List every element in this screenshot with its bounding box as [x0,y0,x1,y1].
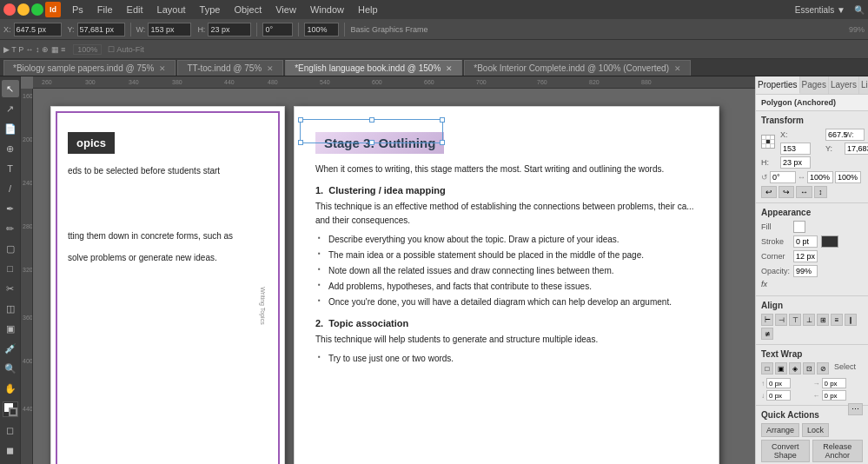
rect-frame-tool[interactable]: ▢ [2,240,19,257]
section2-title: Topic association [328,318,408,328]
menu-file[interactable]: File [91,3,119,17]
undo-redo-row: ↩ ↪ ↔ ↕ [761,186,863,198]
scale-input[interactable] [304,23,339,36]
release-anchor-btn[interactable]: Release Anchor [812,440,863,462]
wrap-jump-btn[interactable]: ⊡ [803,362,815,375]
tab-layers[interactable]: Layers [829,76,859,94]
search-bar[interactable]: 🔍 [854,5,865,15]
undo-btn[interactable]: ↩ [761,186,777,198]
fx-label[interactable]: fx [761,280,767,288]
left-page: opics eds to be selected before students… [50,106,285,464]
offset-l-input[interactable] [822,390,846,401]
tab-pages[interactable]: Pages [800,76,829,94]
fill-color[interactable] [793,221,805,233]
tab-close-book[interactable]: ✕ [674,64,681,73]
transform-w-input[interactable] [780,143,811,155]
y-label: Y: [68,25,75,34]
offset-b-input[interactable] [766,390,791,401]
align-right-btn[interactable]: ⊤ [789,314,801,326]
scissors-tool[interactable]: ✂ [2,280,19,297]
maximize-btn[interactable] [31,3,43,16]
selection-tool[interactable]: ↖ [2,80,19,97]
corner-value-input[interactable] [793,250,818,262]
tab-biology[interactable]: *Biology sample papers.indd @ 75% ✕ [3,60,176,76]
opacity-row: Opacity: [761,265,863,277]
reference-point[interactable] [761,135,775,149]
fill-stroke-indicator[interactable] [3,401,18,417]
pen-tool[interactable]: ✒ [2,200,19,217]
x-input[interactable] [14,23,62,36]
wrap-shape-btn[interactable]: ◈ [789,362,801,375]
convert-shape-btn[interactable]: Convert Shape [761,440,810,462]
align-top-btn[interactable]: ⊥ [803,314,815,326]
normal-mode[interactable]: ◻ [2,421,19,439]
rotation-input[interactable] [262,23,293,36]
menu-window[interactable]: Window [304,3,350,17]
wrap-none-btn[interactable]: □ [761,362,773,375]
tab-toc[interactable]: TT-toc.indd @ 75% ✕ [177,60,283,76]
eyedrop-tool[interactable]: 💉 [2,340,19,357]
page-tool[interactable]: 📄 [2,120,19,137]
gap-tool[interactable]: ⊕ [2,140,19,157]
tab-book-interior[interactable]: *Book Interior Complete.indd @ 100% (Con… [464,60,691,76]
tab-close-toc[interactable]: ✕ [267,64,274,73]
menu-edit[interactable]: Edit [121,3,149,17]
scale-pct-x-input[interactable] [807,171,833,183]
bullet-4: Add problems, hypotheses, and facts that… [315,280,698,294]
distribute-h-btn[interactable]: ∥ [845,314,857,326]
offset-r-input[interactable] [822,378,846,388]
direct-select-tool[interactable]: ↗ [2,100,19,117]
transform-y-input[interactable] [845,143,868,155]
wrap-none2-btn[interactable]: ⊘ [817,362,829,375]
align-center-v-btn[interactable]: ⊞ [817,314,829,326]
transform-h-input[interactable] [780,156,811,169]
wrap-bbox-btn[interactable]: ▣ [775,362,787,375]
rect-tool[interactable]: □ [2,260,19,277]
text-wrap-options-btn[interactable]: ⋯ [848,403,863,415]
type-tool[interactable]: T [2,160,19,177]
opacity-value-input[interactable] [793,265,818,277]
opacity-display[interactable]: 100% [73,44,102,55]
align-bottom-btn[interactable]: ≡ [831,314,843,326]
line-tool[interactable]: / [2,180,19,197]
zoom-tool[interactable]: 🔍 [2,360,19,377]
redo-btn[interactable]: ↪ [779,186,794,198]
tab-properties[interactable]: Properties [756,76,800,94]
lock-btn[interactable]: Lock [802,423,829,437]
offset-t-icon: ↑ [761,380,765,388]
gradient-swatch-tool[interactable]: ▣ [2,320,19,337]
arrange-btn[interactable]: Arrange [761,423,799,437]
rotation-deg-input[interactable] [770,171,796,183]
flip-h-btn[interactable]: ↔ [796,186,812,198]
tab-close-english[interactable]: ✕ [446,64,453,73]
align-left-btn[interactable]: ⊢ [761,314,773,326]
close-btn[interactable] [3,3,16,16]
preview-mode[interactable]: ◼ [2,441,19,459]
stroke-value-input[interactable] [793,235,818,248]
tab-links[interactable]: Links [859,76,868,94]
scale-pct-y-input[interactable] [835,171,861,183]
pencil-tool[interactable]: ✏ [2,220,19,237]
stroke-color[interactable] [821,235,838,248]
align-center-h-btn[interactable]: ⊣ [775,314,787,326]
flip-v-btn[interactable]: ↕ [814,186,827,198]
hand-tool[interactable]: ✋ [2,380,19,397]
right-page[interactable]: Stage 3: Outlining When it comes to writ… [294,106,719,464]
menu-view[interactable]: View [269,3,302,17]
tab-close-biology[interactable]: ✕ [159,64,166,73]
y-input[interactable] [77,23,125,36]
gradient-tool[interactable]: ◫ [2,300,19,317]
menu-ps[interactable]: Ps [66,3,89,17]
offset-t-input[interactable] [766,378,791,388]
menu-object[interactable]: Object [228,3,268,17]
menu-help[interactable]: Help [352,3,384,17]
menu-layout[interactable]: Layout [151,3,192,17]
canvas-area[interactable]: 260 300 340 380 440 480 540 600 660 700 … [21,76,755,464]
tab-english[interactable]: *English language book.indd @ 150% ✕ [285,60,462,76]
menu-type[interactable]: Type [194,3,227,17]
distribute-v-btn[interactable]: ≢ [761,328,773,340]
w-input[interactable] [148,23,191,36]
fx-row: fx [761,280,863,288]
minimize-btn[interactable] [17,3,30,16]
h-input[interactable] [208,23,251,36]
